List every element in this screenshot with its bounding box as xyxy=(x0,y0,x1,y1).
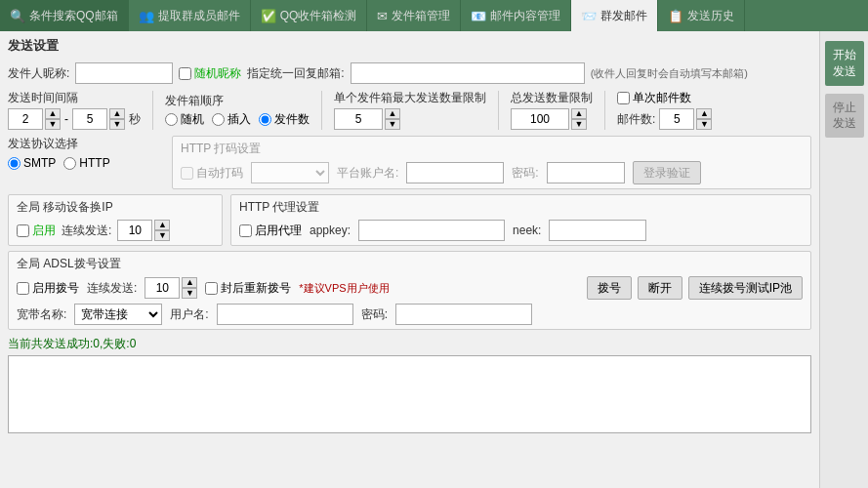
nav-tabs: 🔍 条件搜索QQ邮箱 👥 提取群成员邮件 ✅ QQ收件箱检测 ✉ 发件箱管理 📧… xyxy=(0,0,868,31)
interval-min-down[interactable]: ▼ xyxy=(45,119,61,130)
single-mail-group: 单次邮件数 邮件数: ▲ ▼ xyxy=(617,90,712,130)
single-mail-btns: ▲ ▼ xyxy=(696,108,712,130)
continuous-btns: ▲ ▼ xyxy=(154,220,170,241)
adsl-continuous-down[interactable]: ▼ xyxy=(182,288,197,299)
search-icon: 🔍 xyxy=(10,9,25,23)
interval-inputs: ▲ ▼ - ▲ ▼ 秒 xyxy=(8,108,141,130)
enable-proxy-label[interactable]: 启用代理 xyxy=(239,223,302,239)
interval-min-up[interactable]: ▲ xyxy=(45,108,61,119)
max-per-box-btns: ▲ ▼ xyxy=(385,108,400,130)
bandwidth-select[interactable]: 宽带连接 xyxy=(74,304,162,325)
interval-max-input[interactable] xyxy=(72,108,107,130)
adsl-continuous-btns: ▲ ▼ xyxy=(182,277,197,299)
auto-code-label[interactable]: 自动打码 xyxy=(181,165,243,182)
enable-adsl-checkbox[interactable] xyxy=(17,282,29,295)
bulk-icon: 📨 xyxy=(581,9,597,23)
adsl-row: 启用拨号 连续发送: ▲ ▼ 封后重新拨号 *建议VPS用户使用 拨号 xyxy=(17,276,803,300)
max-per-box-input[interactable] xyxy=(334,108,383,130)
order-group: 发件箱顺序 随机 插入 发件数 xyxy=(165,93,310,128)
order-insert-label[interactable]: 插入 xyxy=(212,111,251,128)
disconnect-btn[interactable]: 断开 xyxy=(638,276,682,300)
content-icon: 📧 xyxy=(471,9,486,23)
username-input[interactable] xyxy=(217,304,353,325)
single-mail-down[interactable]: ▼ xyxy=(696,119,712,130)
interval-max-btns: ▲ ▼ xyxy=(109,108,125,130)
log-area[interactable] xyxy=(8,355,811,433)
http-radio[interactable] xyxy=(63,157,76,170)
continuous-label: 连续发送: xyxy=(62,223,111,239)
start-btn[interactable]: 开始发送 xyxy=(825,41,864,86)
total-limit-down[interactable]: ▼ xyxy=(571,119,587,130)
tab-check[interactable]: ✅ QQ收件箱检测 xyxy=(251,0,368,31)
dial-btn[interactable]: 拨号 xyxy=(587,276,632,300)
http-label[interactable]: HTTP xyxy=(63,156,109,170)
vps-hint: *建议VPS用户使用 xyxy=(299,281,389,296)
random-checkbox-label[interactable]: 随机昵称 xyxy=(179,65,241,82)
test-ip-btn[interactable]: 连续拨号测试IP池 xyxy=(688,276,803,300)
single-mail-up[interactable]: ▲ xyxy=(696,108,712,119)
tab-outbox[interactable]: ✉ 发件箱管理 xyxy=(367,0,461,31)
mobile-ip-group: 全局 移动设备换IP 启用 连续发送: ▲ ▼ xyxy=(8,194,223,246)
max-per-box-group: 单个发件箱最大发送数量限制 ▲ ▼ xyxy=(334,90,486,130)
enable-mobile-checkbox[interactable] xyxy=(17,224,29,237)
single-mail-checkbox[interactable] xyxy=(617,92,630,104)
reply-input[interactable] xyxy=(351,62,585,84)
stop-btn[interactable]: 停止发送 xyxy=(825,94,864,139)
continuous-down[interactable]: ▼ xyxy=(154,230,170,241)
order-random-radio[interactable] xyxy=(165,113,178,126)
divider3 xyxy=(498,91,499,130)
order-insert-radio[interactable] xyxy=(212,113,225,126)
history-icon: 📋 xyxy=(668,9,683,23)
sender-input[interactable] xyxy=(75,62,173,84)
divider4 xyxy=(604,91,605,130)
interval-min-btns: ▲ ▼ xyxy=(45,108,61,130)
adsl-password-label: 密码: xyxy=(361,306,388,323)
smtp-label[interactable]: SMTP xyxy=(8,156,56,170)
order-count-label[interactable]: 发件数 xyxy=(259,111,310,128)
order-random-label[interactable]: 随机 xyxy=(165,111,204,128)
appkey-label: appkey: xyxy=(310,224,351,237)
protocol-radios: SMTP HTTP xyxy=(8,156,164,170)
appkey-input[interactable] xyxy=(358,220,505,241)
adsl-reconnect-label[interactable]: 封后重新拨号 xyxy=(205,280,291,297)
adsl-continuous-input[interactable] xyxy=(145,277,180,299)
interval-max-down[interactable]: ▼ xyxy=(109,119,125,130)
total-limit-up[interactable]: ▲ xyxy=(571,108,587,119)
total-limit-spinner: ▲ ▼ xyxy=(511,108,593,130)
enable-mobile-label[interactable]: 启用 xyxy=(17,223,56,239)
order-random-text: 随机 xyxy=(181,111,204,128)
adsl-password-input[interactable] xyxy=(395,304,532,325)
continuous-up[interactable]: ▲ xyxy=(154,220,170,230)
tab-fetch[interactable]: 👥 提取群成员邮件 xyxy=(129,0,251,31)
max-per-box-up[interactable]: ▲ xyxy=(385,108,400,119)
max-per-box-down[interactable]: ▼ xyxy=(385,119,400,130)
interval-min-input[interactable] xyxy=(8,108,43,130)
tab-search[interactable]: 🔍 条件搜索QQ邮箱 xyxy=(0,0,129,31)
http-encode-group: HTTP 打码设置 自动打码 平台账户名: 密码: 登录验证 xyxy=(172,136,811,189)
continuous-input[interactable] xyxy=(117,220,152,241)
single-mail-input[interactable] xyxy=(659,108,694,130)
tab-history[interactable]: 📋 发送历史 xyxy=(658,0,745,31)
adsl-reconnect-checkbox[interactable] xyxy=(205,282,218,295)
neek-input[interactable] xyxy=(549,220,646,241)
adsl-continuous-spinner: ▲ ▼ xyxy=(145,277,197,299)
interval-label: 发送时间间隔 xyxy=(8,90,141,106)
enable-proxy-checkbox[interactable] xyxy=(239,224,252,237)
random-label: 随机昵称 xyxy=(194,65,241,82)
single-mail-checkbox-label[interactable]: 单次邮件数 xyxy=(617,90,712,106)
adsl-continuous-up[interactable]: ▲ xyxy=(182,277,197,288)
sender-label: 发件人昵称: xyxy=(8,65,69,82)
single-mail-spinner-row: 邮件数: ▲ ▼ xyxy=(617,108,712,130)
tab-bulk[interactable]: 📨 群发邮件 xyxy=(571,0,658,31)
smtp-radio[interactable] xyxy=(8,157,21,170)
http-proxy-label: HTTP 代理设置 xyxy=(239,199,803,216)
total-limit-group: 总发送数量限制 ▲ ▼ xyxy=(511,90,593,130)
enable-adsl-label[interactable]: 启用拨号 xyxy=(17,280,79,297)
enable-mobile-text: 启用 xyxy=(32,223,56,239)
order-count-radio[interactable] xyxy=(259,113,271,126)
tab-content[interactable]: 📧 邮件内容管理 xyxy=(461,0,571,31)
total-limit-input[interactable] xyxy=(511,108,569,130)
random-checkbox[interactable] xyxy=(179,67,191,80)
single-mail-count-label: 邮件数: xyxy=(617,111,655,128)
interval-max-up[interactable]: ▲ xyxy=(109,108,125,119)
